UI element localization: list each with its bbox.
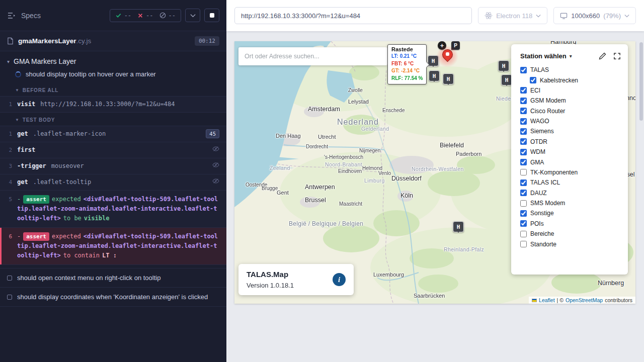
- layer-checkbox-row[interactable]: OTDR: [511, 137, 628, 147]
- layer-checkbox-row[interactable]: Cisco Router: [511, 106, 628, 116]
- search-input[interactable]: [238, 47, 387, 65]
- map-place-label: Gelderland: [361, 126, 389, 132]
- info-icon[interactable]: i: [333, 273, 346, 286]
- layer-checkbox-row[interactable]: GSM Modem: [511, 96, 628, 106]
- map-marker[interactable]: H: [429, 70, 440, 81]
- command-row-visit[interactable]: 1 visit http://192.168.10.33:3000/?m=12&…: [0, 97, 226, 112]
- layer-label: Bereiche: [530, 230, 554, 237]
- layer-checkbox[interactable]: [520, 200, 527, 207]
- command-row-get[interactable]: 1 get .leaflet-marker-icon 45: [0, 126, 226, 142]
- layer-checkbox[interactable]: [520, 220, 527, 227]
- layer-checkbox-row[interactable]: POIs: [511, 219, 628, 229]
- marker-tooltip[interactable]: Rastede LT:0.21 °C FBT:6 °C: [387, 44, 427, 84]
- layer-checkbox-row[interactable]: ECI: [511, 85, 628, 96]
- tooltip-row: GT:-2.14 °C: [391, 67, 423, 75]
- layer-checkbox[interactable]: [520, 87, 527, 94]
- pending-test-row[interactable]: should open context menu on right-click …: [0, 268, 226, 287]
- browser-selector[interactable]: Electron 118: [478, 7, 547, 24]
- marker-glyph: H: [505, 77, 509, 83]
- layer-checkbox[interactable]: [520, 169, 527, 175]
- osm-link[interactable]: OpenStreetMap: [566, 297, 603, 303]
- ukraine-flag-icon: [532, 299, 537, 302]
- section-test-body[interactable]: ▼ TEST BODY: [0, 113, 226, 126]
- test-box-icon: [7, 276, 12, 281]
- layer-checkbox[interactable]: [520, 98, 527, 104]
- viewport-selector[interactable]: 1000x660 (79%): [553, 7, 636, 24]
- layer-checkbox[interactable]: [520, 231, 527, 237]
- suite-title: GMA Markers Layer: [14, 57, 76, 65]
- map-place-label: Brugge: [262, 186, 278, 191]
- section-before-all[interactable]: ▼ BEFORE ALL: [0, 83, 226, 96]
- check-icon: [115, 12, 122, 19]
- layer-checkbox-row[interactable]: TK-Komponenten: [511, 167, 628, 177]
- assert-message: -assertexpected<div#leaflet-tooltip-509.…: [17, 232, 219, 260]
- layer-checkbox-row[interactable]: Bereiche: [511, 229, 628, 239]
- assert-row-failed[interactable]: 6 -assertexpected<div#leaflet-tooltip-50…: [0, 228, 226, 264]
- map-marker[interactable]: H: [453, 221, 464, 232]
- layer-label: TALAS: [530, 66, 549, 73]
- scrollbar-thumb[interactable]: [639, 42, 643, 121]
- command-row-get-tooltip[interactable]: 4 get .leaflet-tooltip: [0, 174, 226, 191]
- map-marker[interactable]: [442, 49, 453, 64]
- layer-checkbox-row[interactable]: Standorte: [511, 239, 628, 249]
- layer-checkbox[interactable]: [520, 118, 527, 125]
- layer-checkbox-row[interactable]: GMA: [511, 157, 628, 167]
- layer-label: DAUZ: [530, 190, 547, 197]
- url-input[interactable]: [234, 7, 472, 24]
- layer-checkbox[interactable]: [520, 138, 527, 145]
- edit-pencil-icon[interactable]: [599, 52, 606, 60]
- map-marker[interactable]: H: [498, 60, 509, 71]
- map-marker[interactable]: H: [443, 73, 454, 84]
- sidebar-toggle-icon[interactable]: [7, 12, 16, 20]
- layer-checkbox-row[interactable]: Siemens: [511, 126, 628, 136]
- spec-row[interactable]: gmaMarkersLayer .cy.js 00:12: [0, 31, 226, 51]
- command-message: .leaflet-marker-icon: [33, 129, 202, 139]
- layer-checkbox[interactable]: [520, 108, 527, 114]
- layer-label: Sonstige: [530, 210, 554, 217]
- browser-label: Electron 118: [496, 12, 532, 20]
- layer-checkbox-row[interactable]: TALAS: [511, 65, 628, 75]
- layer-checkbox-row[interactable]: Kabelstrecken: [511, 75, 628, 85]
- assert-message: -assertexpected<div#leaflet-tooltip-509.…: [17, 195, 219, 223]
- expand-icon[interactable]: [613, 52, 621, 60]
- layer-checkbox-row[interactable]: WDM: [511, 147, 628, 157]
- active-test-row[interactable]: should display tooltip on hover over a m…: [0, 68, 226, 83]
- app-under-test: Hamburg Bremen Niedersachsen Hannover Gr…: [226, 31, 644, 362]
- layer-checkbox[interactable]: [520, 241, 527, 247]
- layer-checkbox[interactable]: [520, 149, 527, 155]
- station-select-dropdown[interactable]: Station wählen: [520, 52, 567, 60]
- caret-down-icon: ▾: [7, 59, 10, 64]
- layer-checkbox[interactable]: [520, 67, 527, 73]
- layer-checkbox[interactable]: [520, 128, 527, 135]
- collapse-button[interactable]: [185, 9, 200, 22]
- chevron-down-icon[interactable]: ▾: [570, 53, 572, 59]
- layer-checkbox[interactable]: [530, 77, 536, 83]
- layer-checkbox-row[interactable]: WAGO: [511, 116, 628, 126]
- marker-glyph: H: [502, 63, 506, 69]
- app-info-text: TALAS.Map Version 1.0.18.1: [247, 270, 333, 289]
- layer-checkbox[interactable]: [520, 179, 527, 186]
- layer-checkbox[interactable]: [520, 159, 527, 165]
- marker-glyph: H: [432, 58, 435, 64]
- command-row-trigger[interactable]: 3 -trigger mouseover: [0, 158, 226, 174]
- layer-checkbox-row[interactable]: SMS Modem: [511, 198, 628, 208]
- assert-row-passed[interactable]: 5 -assertexpected<div#leaflet-tooltip-50…: [0, 191, 226, 228]
- test-title: should display tooltip on hover over a m…: [26, 70, 156, 78]
- map-place-label: Nordrhein-Westfalen: [412, 166, 464, 172]
- leaflet-link[interactable]: Leaflet: [539, 297, 555, 303]
- layer-checkbox[interactable]: [520, 210, 527, 217]
- leaflet-map[interactable]: Hamburg Bremen Niedersachsen Hannover Gr…: [234, 41, 635, 304]
- command-message: .leaflet-tooltip: [33, 177, 208, 187]
- layer-checkbox-row[interactable]: DAUZ: [511, 188, 628, 198]
- layer-checkbox-row[interactable]: TALAS ICL: [511, 177, 628, 188]
- command-row-first[interactable]: 2 first: [0, 142, 226, 158]
- stop-button[interactable]: [204, 9, 219, 22]
- map-marker[interactable]: H: [501, 74, 512, 85]
- layer-checkbox-row[interactable]: Sonstige: [511, 208, 628, 218]
- map-place-label: Venlo: [378, 170, 391, 176]
- pending-test-row[interactable]: should display coordinates when 'Koordin…: [0, 287, 226, 306]
- hidden-eye-icon: [212, 145, 219, 154]
- spec-file-icon: [7, 37, 14, 45]
- suite-row[interactable]: ▾ GMA Markers Layer: [0, 51, 226, 68]
- layer-checkbox[interactable]: [520, 190, 527, 196]
